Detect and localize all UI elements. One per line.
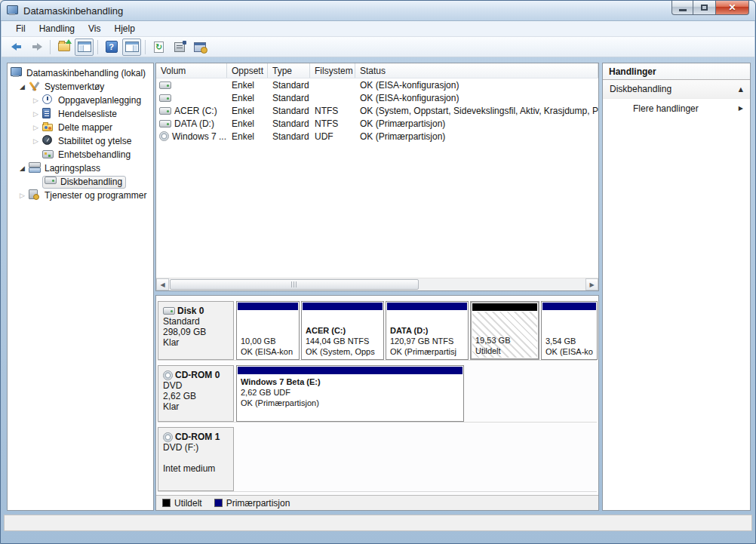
tree-collapsed-icon[interactable]: ▷ xyxy=(33,124,42,131)
cd-icon xyxy=(163,432,173,442)
cdrom0-partitions: Windows 7 Beta (E:) 2,62 GB UDF OK (Prim… xyxy=(236,365,597,422)
show-action-pane-button[interactable] xyxy=(122,38,141,56)
volume-layout: Enkel xyxy=(227,93,268,103)
tree-item-lagringsplass[interactable]: ◢ Lagringsplass xyxy=(8,161,153,175)
menu-handling[interactable]: Handling xyxy=(32,22,81,35)
forward-button[interactable] xyxy=(27,38,46,56)
scroll-right-arrow[interactable]: ▶ xyxy=(585,278,598,290)
help-button[interactable]: ? xyxy=(102,38,121,56)
volume-type: Standard xyxy=(268,93,310,103)
volume-name: Windows 7 ... xyxy=(172,131,226,142)
refresh-button[interactable] xyxy=(149,38,168,56)
tree-collapsed-icon[interactable]: ▷ xyxy=(33,110,42,118)
volume-status: OK (Primærpartisjon) xyxy=(355,118,598,129)
column-header-type[interactable]: Type xyxy=(268,63,310,78)
show-console-tree-button[interactable] xyxy=(75,38,94,56)
toolbar-separator xyxy=(97,40,98,54)
volume-row[interactable]: Windows 7 ... Enkel Standard UDF OK (Pri… xyxy=(156,130,598,143)
close-icon: ✕ xyxy=(728,2,736,13)
volume-layout: Enkel xyxy=(227,118,268,129)
tree-collapsed-icon[interactable]: ▷ xyxy=(33,97,42,104)
minimize-button[interactable] xyxy=(671,1,693,15)
action-flere-handlinger[interactable]: Flere handlinger ▶ xyxy=(603,99,750,118)
scroll-left-arrow[interactable]: ◀ xyxy=(156,278,169,290)
tree-item-tjenester-og-programmer[interactable]: ▷ Tjenester og programmer xyxy=(8,189,153,202)
column-header-oppsett[interactable]: Oppsett xyxy=(227,63,268,78)
disk-media: DVD xyxy=(163,380,231,391)
volume-layout: Enkel xyxy=(227,131,268,142)
title-bar[interactable]: Datamaskinbehandling ✕ xyxy=(1,1,755,21)
partition-type-bar xyxy=(542,303,596,310)
horizontal-scrollbar[interactable]: ◀ ▶ xyxy=(156,278,598,290)
tree-item-diskbehandling[interactable]: Diskbehandling xyxy=(8,175,153,189)
app-icon xyxy=(7,5,19,16)
menu-hjelp[interactable]: Hjelp xyxy=(108,22,142,35)
column-header-filsystem[interactable]: Filsystem xyxy=(310,63,355,78)
tree-collapsed-icon[interactable]: ▷ xyxy=(33,137,42,145)
partition-status: OK (EISA-ko xyxy=(545,346,593,357)
partition-status: OK (Primærpartisj xyxy=(390,346,464,357)
partition-type-bar xyxy=(238,303,298,310)
window-title: Datamaskinbehandling xyxy=(23,5,123,17)
tree-item-label: Systemverktøy xyxy=(45,81,104,92)
tree-item-delte-mapper[interactable]: ▷ Delte mapper xyxy=(8,121,153,134)
column-header-status[interactable]: Status xyxy=(355,63,598,78)
column-header-volum[interactable]: Volum xyxy=(156,63,227,78)
disk-status: Klar xyxy=(163,337,231,348)
maximize-button[interactable] xyxy=(693,1,715,15)
volume-layout: Enkel xyxy=(227,106,268,116)
tree-item-hendelsesliste[interactable]: ▷ Hendelsesliste xyxy=(8,107,153,121)
volume-row[interactable]: ACER (C:) Enkel Standard NTFS OK (System… xyxy=(156,104,598,117)
actions-group-diskbehandling[interactable]: Diskbehandling ▲ xyxy=(603,80,750,99)
action-pane-icon xyxy=(125,41,139,52)
refresh-icon xyxy=(154,41,164,53)
collapse-group-icon[interactable]: ▲ xyxy=(739,86,743,93)
tree-item-stabilitet-og-ytelse[interactable]: ▷ Stabilitet og ytelse xyxy=(8,134,153,148)
volume-row[interactable]: Enkel Standard OK (EISA-konfigurasjon) xyxy=(156,91,598,104)
tree-expanded-icon[interactable]: ◢ xyxy=(20,164,29,172)
volume-status: OK (EISA-konfigurasjon) xyxy=(355,93,598,103)
disk0-header[interactable]: Disk 0 Standard 298,09 GB Klar xyxy=(158,301,234,360)
up-level-button[interactable] xyxy=(54,38,73,56)
partition-status: OK (Primærpartisjon) xyxy=(241,398,459,408)
disk-status: Intet medium xyxy=(163,463,231,474)
manage-computer-button[interactable] xyxy=(190,38,209,56)
back-button[interactable] xyxy=(7,38,26,56)
close-button[interactable]: ✕ xyxy=(715,1,749,15)
partition-windows7-beta-e[interactable]: Windows 7 Beta (E:) 2,62 GB UDF OK (Prim… xyxy=(236,365,464,422)
toolbar: ? xyxy=(2,37,754,57)
volume-row[interactable]: DATA (D:) Enkel Standard NTFS OK (Primær… xyxy=(156,117,598,130)
tree-item-enhetsbehandling[interactable]: Enhetsbehandling xyxy=(8,148,153,161)
volume-type: Standard xyxy=(268,80,310,91)
tree-item-systemverktoy[interactable]: ◢ Systemverktøy xyxy=(8,80,153,94)
properties-button[interactable] xyxy=(170,38,189,56)
partition-eisa-2[interactable]: 3,54 GB OK (EISA-ko xyxy=(541,301,598,360)
window-controls: ✕ xyxy=(671,1,749,15)
cdrom0-header[interactable]: CD-ROM 0 DVD 2,62 GB Klar xyxy=(158,365,234,422)
scrollbar-thumb[interactable] xyxy=(170,279,419,290)
partition-acer-c[interactable]: ACER (C:) 144,04 GB NTFS OK (System, Opp… xyxy=(301,301,384,360)
tree-item-label: Hendelsesliste xyxy=(58,109,117,119)
partition-status: Utildelt xyxy=(475,346,534,356)
partition-size: 144,04 GB NTFS xyxy=(306,336,380,346)
tree-expanded-icon[interactable]: ◢ xyxy=(20,83,29,91)
partition-size: 120,97 GB NTFS xyxy=(390,336,464,346)
volume-icon xyxy=(159,107,171,115)
event-viewer-icon xyxy=(42,108,51,118)
computer-icon xyxy=(11,67,23,78)
menu-fil[interactable]: Fil xyxy=(9,22,32,35)
tree-item-datamaskinbehandling[interactable]: Datamaskinbehandling (lokal) xyxy=(8,66,153,80)
menu-bar: Fil Handling Vis Hjelp xyxy=(2,21,754,37)
partition-unallocated[interactable]: 19,53 GB Utildelt xyxy=(470,301,539,360)
tree-item-oppgaveplanlegging[interactable]: ▷ Oppgaveplanlegging xyxy=(8,94,153,107)
tree-item-label: Enhetsbehandling xyxy=(58,149,131,160)
volume-filesystem: NTFS xyxy=(310,106,355,116)
partition-data-d[interactable]: DATA (D:) 120,97 GB NTFS OK (Primærparti… xyxy=(386,301,469,360)
cdrom1-header[interactable]: CD-ROM 1 DVD (F:) Intet medium xyxy=(158,427,234,491)
volume-row[interactable]: Enkel Standard OK (EISA-konfigurasjon) xyxy=(156,78,598,91)
legend-item-primary: Primærpartisjon xyxy=(214,498,290,509)
volume-list-pane: Volum Oppsett Type Filsystem Status Enke… xyxy=(155,63,599,291)
partition-eisa-1[interactable]: 10,00 GB OK (EISA-kon xyxy=(236,301,300,360)
menu-vis[interactable]: Vis xyxy=(81,22,107,35)
tree-collapsed-icon[interactable]: ▷ xyxy=(20,192,29,199)
